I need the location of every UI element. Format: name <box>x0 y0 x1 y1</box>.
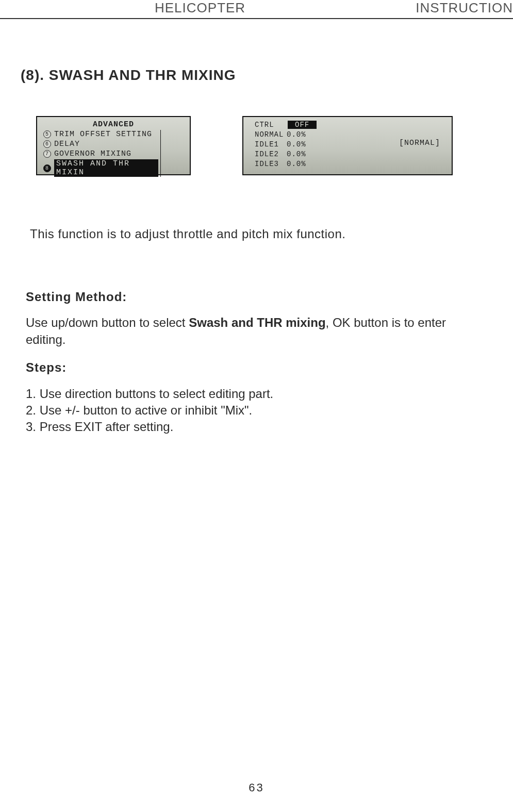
page: HELICOPTER INSTRUCTION (8). SWASH AND TH… <box>0 0 513 812</box>
setting-method-heading: Setting Method: <box>26 289 479 305</box>
lcd-menu-label: DELAY <box>54 140 80 148</box>
lcd-values-value: 0.0% <box>287 130 312 139</box>
lcd-values-row: CTRL OFF <box>246 121 449 129</box>
lcd-values-row: IDLE3 0.0% <box>246 160 449 168</box>
lcd-values-label: IDLE2 <box>255 150 287 158</box>
setting-method-strong: Swash and THR mixing <box>189 316 325 329</box>
lcd-values-row: IDLE2 0.0% <box>246 150 449 158</box>
header-right: INSTRUCTION <box>416 0 513 16</box>
lcd-values-screen: CTRL OFF NORMAL 0.0% IDLE1 0.0% IDLE2 0.… <box>242 116 453 175</box>
lcd-menu-label: SWASH AND THR MIXIN <box>54 159 158 177</box>
steps-list: 1. Use direction buttons to select editi… <box>26 386 479 436</box>
lcd-values-inner: CTRL OFF NORMAL 0.0% IDLE1 0.0% IDLE2 0.… <box>246 119 449 172</box>
body-block: Setting Method: Use up/down button to se… <box>26 289 479 436</box>
lcd-menu-label: GOVERNOR MIXING <box>54 150 131 158</box>
lcd-menu-inner: ADVANCED 5 TRIM OFFSET SETTING 6 DELAY 7… <box>40 119 187 172</box>
lcd-menu-num-icon: 7 <box>43 150 51 158</box>
lcd-menu-num-icon: 5 <box>43 130 51 138</box>
lcd-values-row: NORMAL 0.0% <box>246 130 449 139</box>
page-header: HELICOPTER INSTRUCTION <box>0 0 513 21</box>
section-title: (8). SWASH AND THR MIXING <box>21 67 236 84</box>
lcd-menu-num-icon: 8 <box>43 164 51 172</box>
lcd-menu-screen: ADVANCED 5 TRIM OFFSET SETTING 6 DELAY 7… <box>36 116 191 175</box>
lcd-values-label: IDLE1 <box>255 140 287 148</box>
lcd-values-label: CTRL <box>255 121 287 129</box>
step-item: 3. Press EXIT after setting. <box>26 419 479 435</box>
step-item: 2. Use +/- button to active or inhibit "… <box>26 402 479 419</box>
lcd-values-mode: [NORMAL] <box>399 139 440 147</box>
lcd-values-label: IDLE3 <box>255 160 287 168</box>
lcd-values-value: 0.0% <box>287 160 312 168</box>
steps-heading: Steps: <box>26 359 479 376</box>
lcd-menu-num-icon: 6 <box>43 140 51 148</box>
setting-method-pre: Use up/down button to select <box>26 316 189 329</box>
step-item: 1. Use direction buttons to select editi… <box>26 386 479 402</box>
lcd-menu-column: 5 TRIM OFFSET SETTING 6 DELAY 7 GOVERNOR… <box>41 130 161 177</box>
lcd-menu-item: 7 GOVERNOR MIXING <box>41 150 158 158</box>
lcd-values-value: 0.0% <box>287 140 312 148</box>
lcd-values-label: NORMAL <box>255 130 287 139</box>
lcd-menu-item: 5 TRIM OFFSET SETTING <box>41 130 158 139</box>
lcd-menu-item: 6 DELAY <box>41 140 158 148</box>
lcd-values-value-pill: OFF <box>288 121 317 129</box>
header-left: HELICOPTER <box>155 0 245 16</box>
page-number: 63 <box>0 781 513 794</box>
lcd-menu-title: ADVANCED <box>40 120 187 129</box>
intro-text: This function is to adjust throttle and … <box>30 227 345 241</box>
lcd-menu-label: TRIM OFFSET SETTING <box>54 130 152 139</box>
lcd-menu-item-selected: 8 SWASH AND THR MIXIN <box>41 159 158 177</box>
header-rule <box>0 18 513 19</box>
setting-method-text: Use up/down button to select Swash and T… <box>26 314 479 348</box>
lcd-values-value: 0.0% <box>287 150 312 158</box>
